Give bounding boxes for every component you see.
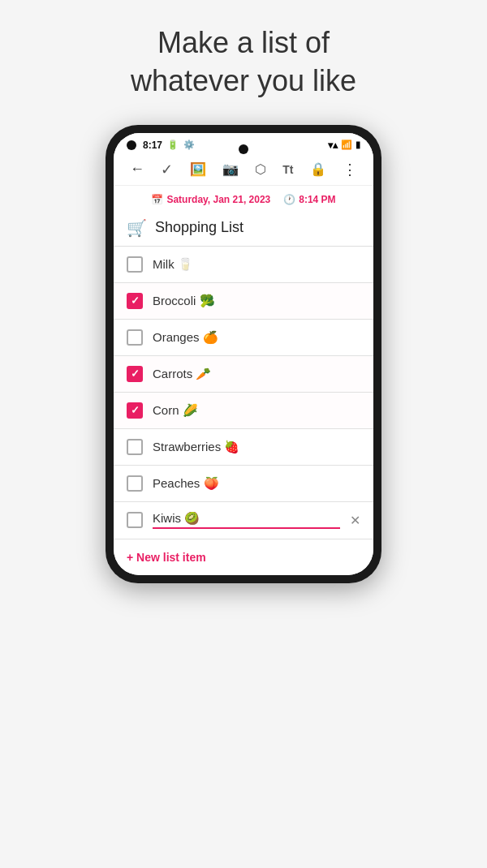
checkbox-broccoli[interactable]: [127, 293, 143, 309]
kiwis-input[interactable]: [153, 512, 340, 529]
lock-button[interactable]: 🔒: [310, 161, 326, 177]
status-time: 8:17: [143, 140, 162, 151]
camera-button[interactable]: 📷: [222, 161, 239, 177]
list-item: Carrots 🥕: [114, 356, 373, 393]
checkbox-peaches[interactable]: [127, 475, 143, 492]
item-text-carrots: Carrots 🥕: [153, 367, 360, 381]
back-button[interactable]: ←: [130, 161, 144, 178]
check-button[interactable]: ✓: [161, 161, 173, 178]
list-item: Oranges 🍊: [114, 320, 373, 356]
status-left: 8:17 🔋 ⚙️: [127, 140, 195, 151]
status-right: ▾▴ 📶 ▮: [328, 140, 360, 151]
list-item: Peaches 🍑: [114, 466, 373, 502]
date-row: 📅 Saturday, Jan 21, 2023 🕐 8:14 PM: [114, 186, 373, 210]
calendar-icon: 📅: [151, 194, 163, 205]
text-format-button[interactable]: Tt: [282, 163, 293, 176]
status-bar: 8:17 🔋 ⚙️ ▾▴ 📶 ▮: [114, 133, 373, 154]
headline: Make a list of whatever you like: [98, 24, 389, 101]
item-text-milk: Milk 🥛: [153, 257, 360, 272]
list-item: Strawberries 🍓: [114, 429, 373, 466]
more-options-button[interactable]: ⋮: [343, 161, 357, 178]
front-camera: [239, 144, 248, 154]
battery-icon: 🔋: [167, 140, 179, 150]
item-text-corn: Corn 🌽: [153, 403, 360, 418]
checkbox-corn[interactable]: [127, 402, 143, 419]
settings-icon: ⚙️: [183, 140, 195, 150]
toolbar: ← ✓ 🖼️ 📷 ⬡ Tt 🔒 ⋮: [114, 154, 373, 186]
phone-screen: 8:17 🔋 ⚙️ ▾▴ 📶 ▮ ← ✓ 🖼️ 📷 ⬡ Tt 🔒 ⋮: [114, 133, 373, 575]
checkbox-milk[interactable]: [127, 256, 143, 273]
list-title-row: 🛒 Shopping List: [114, 210, 373, 247]
clock-icon: 🕐: [283, 194, 295, 205]
list-title: Shopping List: [155, 219, 244, 236]
checkbox-kiwis[interactable]: [127, 512, 143, 528]
label-button[interactable]: ⬡: [255, 161, 266, 177]
checkbox-carrots[interactable]: [127, 366, 143, 382]
cart-icon: 🛒: [127, 218, 147, 238]
list-item-kiwis: ✕: [114, 502, 373, 539]
date-label: 📅 Saturday, Jan 21, 2023: [151, 194, 270, 205]
battery-level-icon: ▮: [356, 140, 360, 150]
list-items-container: Milk 🥛 Broccoli 🥦 Oranges 🍊 Carrots 🥕 Co: [114, 247, 373, 539]
list-item: Corn 🌽: [114, 393, 373, 429]
item-text-oranges: Oranges 🍊: [153, 330, 360, 345]
wifi-icon: ▾▴: [328, 140, 338, 151]
signal-icon: 📶: [341, 140, 352, 150]
time-label: 🕐 8:14 PM: [283, 194, 335, 205]
list-item: Milk 🥛: [114, 247, 373, 283]
clear-kiwis-button[interactable]: ✕: [350, 513, 360, 528]
item-text-broccoli: Broccoli 🥦: [153, 294, 360, 308]
status-dot: [127, 140, 136, 150]
checkbox-oranges[interactable]: [127, 329, 143, 346]
new-list-item-button[interactable]: + New list item: [114, 539, 373, 575]
checkbox-strawberries[interactable]: [127, 439, 143, 455]
item-text-peaches: Peaches 🍑: [153, 476, 360, 491]
list-item: Broccoli 🥦: [114, 283, 373, 320]
item-text-strawberries: Strawberries 🍓: [153, 440, 360, 454]
new-item-label: + New list item: [127, 551, 206, 564]
phone-frame: 8:17 🔋 ⚙️ ▾▴ 📶 ▮ ← ✓ 🖼️ 📷 ⬡ Tt 🔒 ⋮: [106, 125, 381, 583]
image-button[interactable]: 🖼️: [190, 161, 206, 177]
